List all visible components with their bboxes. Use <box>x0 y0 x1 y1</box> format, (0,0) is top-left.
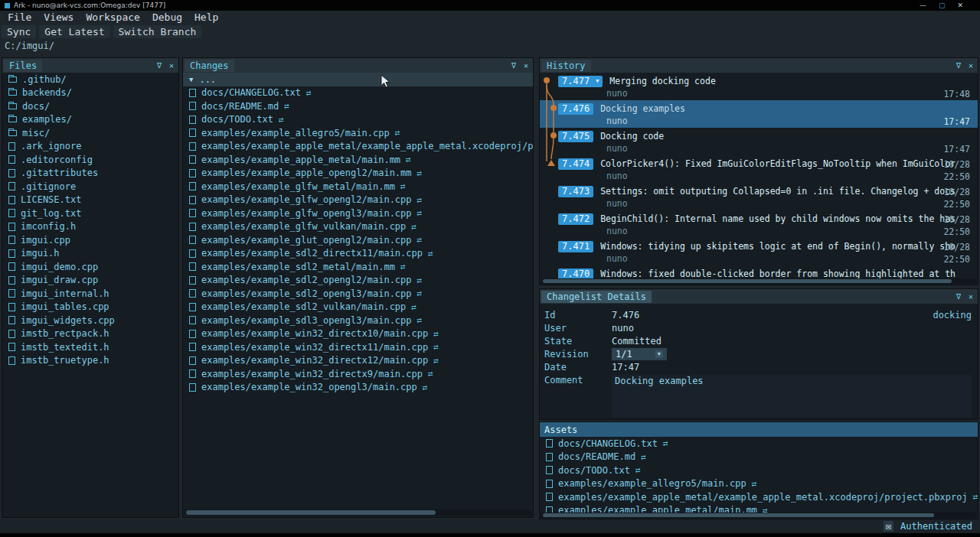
changed-file-row[interactable]: docs/README.md ⇄ <box>183 99 533 113</box>
file-icon <box>8 303 15 311</box>
history-entry[interactable]: 7.476 ▼ Docking examples nuno 17:47 <box>540 100 978 128</box>
close-icon[interactable]: ✕ <box>969 61 973 70</box>
file-name: imgui.h <box>21 248 60 259</box>
file-tree-item[interactable]: imgui_widgets.cpp <box>2 314 178 327</box>
maximize-icon[interactable]: ▢ <box>939 2 946 9</box>
file-tree-item[interactable]: imgui_internal.h <box>2 287 178 301</box>
file-tree-item[interactable]: LICENSE.txt <box>2 194 178 207</box>
filter-icon[interactable]: ∇ <box>511 61 516 70</box>
asset-file-row[interactable]: examples/example_apple_metal/example_app… <box>540 490 978 504</box>
changed-file-row[interactable]: examples/example_sdl2_metal/main.mm ⇄ <box>183 260 533 274</box>
file-tree-item[interactable]: .gitignore <box>2 180 178 194</box>
toolbar-button[interactable]: Sync <box>2 25 36 38</box>
changed-file-row[interactable]: docs/CHANGELOG.txt ⇄ <box>183 86 533 100</box>
changed-file-row[interactable]: examples/example_win32_directx9/main.cpp… <box>183 367 533 381</box>
file-tree-item[interactable]: .github/ <box>2 73 178 86</box>
file-tree-item[interactable]: docs/ <box>2 99 178 113</box>
close-window-icon[interactable]: ✕ <box>957 2 963 9</box>
changed-file-row[interactable]: examples/example_win32_directx11/main.cp… <box>183 340 533 354</box>
tree-open-icon[interactable]: ▼ <box>189 76 193 83</box>
toolbar-button[interactable]: Switch Branch <box>113 25 202 38</box>
file-name: .github/ <box>22 74 67 85</box>
history-entry[interactable]: 7.471 ▼ Windows: tidying up skipitems lo… <box>540 238 978 265</box>
changed-file-row[interactable]: examples/example_sdl2_vulkan/main.cpp ⇄ <box>183 301 533 314</box>
history-entry[interactable]: 7.475 ▼ Docking code nuno 17:47 <box>540 128 978 155</box>
changed-file-row[interactable]: examples/example_sdl2_directx11/main.cpp… <box>183 247 533 261</box>
history-entry[interactable]: 7.472 ▼ BeginChild(): Internal name used… <box>540 210 978 238</box>
revision-badge[interactable]: 7.473 ▼ <box>558 186 593 197</box>
file-tree-item[interactable]: imgui_demo.cpp <box>2 260 178 274</box>
scrollbar-thumb[interactable] <box>543 279 952 283</box>
changes-root-row[interactable]: ▼ ... <box>183 73 533 86</box>
file-tree-item[interactable]: imgui.h <box>2 247 178 261</box>
asset-file-row[interactable]: docs/TODO.txt ⇄ <box>540 464 978 477</box>
file-tree-item[interactable]: backends/ <box>2 86 178 100</box>
filter-icon[interactable]: ∇ <box>157 61 162 70</box>
revision-badge[interactable]: 7.476 ▼ <box>558 103 593 115</box>
toolbar-button[interactable]: Get Latest <box>39 25 109 38</box>
file-tree-item[interactable]: imstb_rectpack.h <box>2 327 178 341</box>
changed-file-row[interactable]: examples/example_glut_opengl2/main.cpp ⇄ <box>183 233 533 247</box>
close-icon[interactable]: ✕ <box>969 292 973 301</box>
history-entry[interactable]: 7.474 ▼ ColorPicker4(): Fixed ImGuiColor… <box>540 155 978 183</box>
revision-badge[interactable]: 7.477 ▼ <box>558 76 603 87</box>
history-hscrollbar[interactable] <box>541 278 976 284</box>
menu-item[interactable]: Debug <box>146 11 188 23</box>
file-tree-item[interactable]: git_log.txt <box>2 207 178 220</box>
file-tree-item[interactable]: imgui_draw.cpp <box>2 274 178 288</box>
minimize-icon[interactable]: — <box>920 2 926 9</box>
filter-icon[interactable]: ∇ <box>956 292 961 301</box>
file-tree-item[interactable]: examples/ <box>2 113 178 127</box>
changed-file-row[interactable]: examples/example_apple_opengl2/main.mm ⇄ <box>183 167 533 181</box>
changed-file-row[interactable]: examples/example_apple_metal/main.mm ⇄ <box>183 153 533 167</box>
changed-file-row[interactable]: examples/example_win32_directx10/main.cp… <box>183 327 533 341</box>
asset-file-row[interactable]: docs/CHANGELOG.txt ⇄ <box>540 437 978 451</box>
assets-panel-header[interactable]: Assets <box>540 422 978 437</box>
changed-file-row[interactable]: docs/TODO.txt ⇄ <box>183 113 533 127</box>
changed-file-row[interactable]: examples/example_win32_directx12/main.cp… <box>183 354 533 368</box>
file-tree-item[interactable]: .gitattributes <box>2 167 178 181</box>
file-tree-item[interactable]: imgui_tables.cpp <box>2 301 178 314</box>
comment-text[interactable]: Docking examples <box>612 375 972 418</box>
menu-item[interactable]: File <box>2 11 38 23</box>
file-tree-item[interactable]: imconfig.h <box>2 220 178 234</box>
changed-file-row[interactable]: examples/example_glfw_opengl2/main.cpp ⇄ <box>183 194 533 207</box>
changed-file-row[interactable]: examples/example_sdl2_opengl2/main.cpp ⇄ <box>183 274 533 288</box>
field-label: User <box>544 323 612 334</box>
scrollbar-thumb[interactable] <box>186 510 436 515</box>
revision-badge[interactable]: 7.472 ▼ <box>558 213 593 225</box>
assets-hscrollbar[interactable] <box>541 513 976 518</box>
filter-icon[interactable]: ∇ <box>956 61 961 70</box>
revision-badge[interactable]: 7.474 ▼ <box>558 158 593 170</box>
menu-item[interactable]: Views <box>38 11 80 23</box>
changed-file-row[interactable]: examples/example_allegro5/main.cpp ⇄ <box>183 126 533 140</box>
file-tree-item[interactable]: .editorconfig <box>2 153 178 167</box>
revision-badge[interactable]: 7.471 ▼ <box>558 241 593 252</box>
file-tree-item[interactable]: .ark_ignore <box>2 140 178 154</box>
menu-item[interactable]: Workspace <box>80 11 145 23</box>
changed-file-row[interactable]: examples/example_sdl2_opengl3/main.cpp ⇄ <box>183 287 533 301</box>
close-icon[interactable]: ✕ <box>169 61 174 70</box>
file-tree-item[interactable]: imstb_textedit.h <box>2 340 178 354</box>
revision-badge[interactable]: 7.475 ▼ <box>558 131 593 142</box>
changed-file-row[interactable]: examples/example_apple_metal/example_app… <box>183 140 533 154</box>
changed-file-row[interactable]: examples/example_glfw_vulkan/main.cpp ⇄ <box>183 220 533 234</box>
changes-hscrollbar[interactable] <box>185 509 531 516</box>
close-icon[interactable]: ✕ <box>524 61 528 70</box>
revision-select[interactable]: 1/1 ▼ <box>612 348 667 360</box>
menu-item[interactable]: Help <box>188 11 224 23</box>
changed-file-row[interactable]: examples/example_glfw_opengl3/main.cpp ⇄ <box>183 207 533 220</box>
changed-file-row[interactable]: examples/example_win32_opengl3/main.cpp … <box>183 381 533 395</box>
history-entry[interactable]: 7.477 ▼ Merging docking code nuno 17:48 <box>540 73 978 100</box>
file-tree-item[interactable]: imstb_truetype.h <box>2 354 178 368</box>
asset-file-row[interactable]: docs/README.md ⇄ <box>540 451 978 464</box>
file-tree-item[interactable]: misc/ <box>2 126 178 140</box>
history-entry[interactable]: 7.473 ▼ Settings: omit outputing Collaps… <box>540 183 978 210</box>
changed-file-row[interactable]: examples/example_glfw_metal/main.mm ⇄ <box>183 180 533 194</box>
file-name: imgui.cpp <box>21 235 70 246</box>
file-icon <box>189 262 196 271</box>
scrollbar-thumb[interactable] <box>543 513 934 517</box>
file-tree-item[interactable]: imgui.cpp <box>2 233 178 247</box>
changed-file-row[interactable]: examples/example_sdl3_opengl3/main.cpp ⇄ <box>183 314 533 327</box>
asset-file-row[interactable]: examples/example_allegro5/main.cpp ⇄ <box>540 477 978 491</box>
